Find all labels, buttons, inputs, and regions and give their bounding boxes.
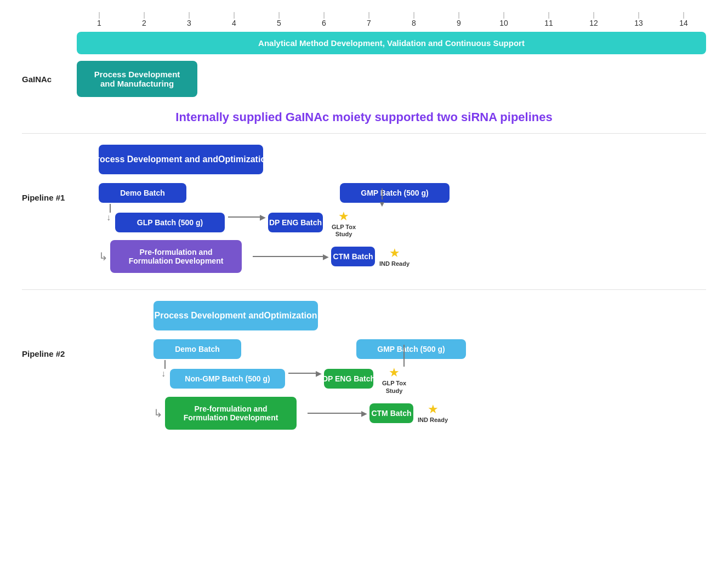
tick-3: 3	[167, 11, 212, 27]
pipeline1-content: Demo Batch GMP Batch (500 g) ↓ GLP Batch…	[82, 183, 706, 273]
p2-preform-row: ↳ Pre-formulation and Formulation Develo…	[153, 397, 706, 430]
p2-connector-area: ↓ Non-GMP Batch (500 g) ▶ DP ENG Batch ★	[153, 360, 706, 394]
p2-glp-tox-label: GLP Tox Study	[378, 380, 411, 394]
p1-preform-row: ↳ Pre-formulation and Formulation Develo…	[99, 240, 706, 273]
p2-demo-batch: Demo Batch	[153, 339, 241, 359]
divider-1	[22, 133, 706, 134]
p2-glp-tox-group: ★ GLP Tox Study	[376, 366, 413, 394]
subtitle: Internally supplied GaINAc moiety suppor…	[22, 110, 706, 124]
p2-non-gmp: Non-GMP Batch (500 g)	[170, 369, 285, 389]
gainac-box: Process Development and Manufacturing	[77, 61, 197, 97]
p1-glp-tox-label: GLP Tox Study	[327, 224, 360, 238]
p1-demo-batch: Demo Batch	[99, 183, 186, 203]
p2-demo-row: Demo Batch GMP Batch (500 g)	[153, 339, 706, 359]
pipeline1-row: Pipeline #1 Demo Batch GMP Batch (500 g)…	[22, 183, 706, 273]
gainac-row: GaINAc Process Development and Manufactu…	[22, 61, 706, 97]
p1-star-2: ★	[389, 246, 400, 260]
p1-gmp-batch: GMP Batch (500 g)	[340, 183, 450, 203]
p2-title-box: Process Development andOptimization	[153, 301, 318, 330]
p2-star-2: ★	[428, 402, 439, 417]
pipeline1-label: Pipeline #1	[22, 183, 82, 202]
analytical-method-bar: Analytical Method Development, Validatio…	[77, 32, 706, 54]
tick-7: 7	[346, 11, 391, 27]
pipeline2-label: Pipeline #2	[22, 339, 82, 358]
timeline-header: 1 2 3 4 5 6 7 8 9 10 11 12 13 14	[22, 11, 706, 27]
p2-dp-eng-group: DP ENG Batch	[324, 369, 373, 389]
tick-2: 2	[122, 11, 167, 27]
p2-star-1: ★	[389, 366, 400, 380]
p1-preform: Pre-formulation and Formulation Developm…	[110, 240, 242, 273]
gainac-label: GaINAc	[22, 75, 77, 84]
pipeline2-row: Pipeline #2 Demo Batch GMP Batch (500 g)…	[22, 339, 706, 429]
tick-8: 8	[391, 11, 436, 27]
p2-ind-label: IND Ready	[418, 417, 448, 424]
p2-gmp-batch: GMP Batch (500 g)	[356, 339, 466, 359]
p1-dp-eng-group: DP ENG Batch	[268, 213, 323, 232]
p2-preform: Pre-formulation and Formulation Developm…	[165, 397, 297, 430]
tick-5: 5	[257, 11, 302, 27]
tick-9: 9	[436, 11, 481, 27]
p2-ctm: CTM Batch	[369, 403, 413, 423]
tick-12: 12	[571, 11, 616, 27]
p1-dp-eng: DP ENG Batch	[268, 213, 323, 232]
pipeline1-section: Process Development and andOptimization …	[22, 145, 706, 273]
tick-10: 10	[481, 11, 526, 27]
p1-glp-batch: GLP Batch (500 g)	[115, 213, 225, 232]
pipeline2-content: Demo Batch GMP Batch (500 g) ↓ Non-GMP B…	[82, 339, 706, 429]
p2-dp-eng: DP ENG Batch	[324, 369, 373, 389]
tick-4: 4	[212, 11, 257, 27]
tick-6: 6	[302, 11, 346, 27]
tick-14: 14	[661, 11, 706, 27]
p1-connector-area: ↓ GLP Batch (500 g) ▶ DP ENG Batch	[99, 204, 706, 238]
tick-13: 13	[616, 11, 661, 27]
p1-demo-row: Demo Batch GMP Batch (500 g)	[99, 183, 706, 203]
p1-ind-label: IND Ready	[379, 260, 410, 267]
p1-ind-group: ★ IND Ready	[377, 246, 412, 267]
p2-ind-group: ★ IND Ready	[416, 402, 450, 424]
p1-ctm: CTM Batch	[331, 247, 375, 266]
p1-star-1: ★	[338, 209, 349, 224]
tick-11: 11	[526, 11, 571, 27]
divider-2	[22, 289, 706, 290]
p1-title-box: Process Development and andOptimization	[99, 145, 263, 174]
pipeline2-section: Process Development andOptimization Pipe…	[22, 301, 706, 429]
p1-glp-tox-group: ★ GLP Tox Study	[325, 209, 362, 238]
tick-1: 1	[77, 11, 122, 27]
p1-gmp-arrow: ▼	[378, 189, 386, 208]
